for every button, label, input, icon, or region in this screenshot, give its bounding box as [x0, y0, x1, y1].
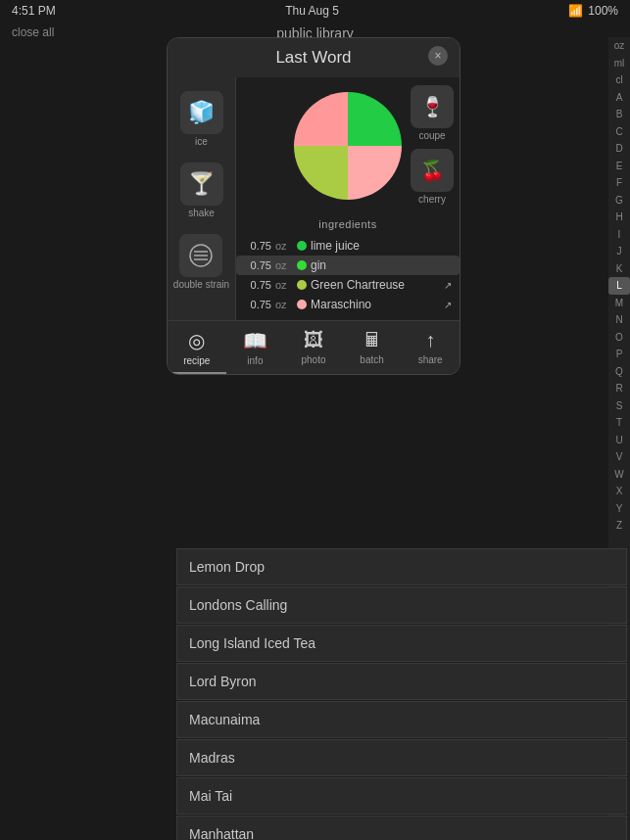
alpha-N[interactable]: N	[608, 311, 630, 329]
ing-unit: oz	[275, 240, 293, 252]
ingredient-row[interactable]: 0.75 oz lime juice	[236, 236, 460, 256]
status-bar: 4:51 PM Thu Aug 5 📶 100%	[0, 0, 630, 22]
tab-batch[interactable]: 🖩 batch	[343, 321, 402, 374]
right-icons-panel: 🍷 coupe 🍒 cherry	[405, 77, 460, 212]
modal-title: Last Word	[275, 48, 351, 68]
alpha-R[interactable]: R	[608, 380, 630, 397]
ingredient-row[interactable]: 0.75 oz Maraschino ↗	[236, 295, 460, 314]
alpha-W[interactable]: W	[608, 466, 630, 484]
pie-chart	[289, 87, 407, 205]
cherry-icon: 🍒	[411, 149, 454, 192]
chart-area: 🍷 coupe 🍒 cherry	[236, 77, 460, 214]
sidebar-item-double-strain[interactable]: double strain	[170, 228, 233, 296]
alpha-P[interactable]: P	[608, 346, 630, 363]
sidebar-item-shake[interactable]: 🍸 shake	[176, 157, 227, 224]
alpha-cl[interactable]: cl	[608, 71, 630, 89]
modal-card: Last Word × 🧊 ice 🍸 shake	[167, 37, 460, 375]
alpha-ml[interactable]: ml	[608, 55, 630, 72]
external-link-icon[interactable]: ↗	[444, 280, 452, 291]
alpha-F[interactable]: F	[608, 174, 630, 192]
list-item[interactable]: Madras	[176, 739, 627, 776]
modal-header: Last Word ×	[168, 38, 460, 77]
ing-name: Maraschino	[311, 298, 440, 311]
alpha-X[interactable]: X	[608, 483, 630, 500]
cherry-item[interactable]: 🍒 cherry	[411, 149, 454, 205]
coupe-icon: 🍷	[411, 85, 454, 128]
recipe-label: recipe	[183, 355, 210, 366]
ing-color-dot	[297, 260, 307, 270]
alpha-S[interactable]: S	[608, 397, 630, 415]
battery-text: 100%	[588, 4, 618, 18]
status-day: Thu Aug 5	[285, 4, 339, 18]
info-icon: 📖	[243, 329, 267, 352]
alpha-M[interactable]: M	[608, 295, 630, 312]
list-item[interactable]: Long Island Iced Tea	[176, 625, 627, 662]
list-item[interactable]: Manhattan	[176, 816, 627, 840]
ing-unit: oz	[275, 279, 293, 291]
ing-color-dot	[297, 280, 307, 290]
alpha-B[interactable]: B	[608, 106, 630, 123]
shake-icon: 🍸	[180, 163, 223, 206]
alpha-Z[interactable]: Z	[608, 517, 630, 535]
list-item[interactable]: Londons Calling	[176, 586, 627, 624]
ingredient-row[interactable]: 0.75 oz Green Chartreuse ↗	[236, 275, 460, 295]
status-time: 4:51 PM	[12, 4, 56, 18]
alpha-V[interactable]: V	[608, 448, 630, 466]
ing-name: Green Chartreuse	[311, 278, 440, 292]
ingredient-row[interactable]: 0.75 oz gin	[236, 256, 460, 275]
ice-icon: 🧊	[180, 91, 223, 134]
alpha-A[interactable]: A	[608, 89, 630, 107]
ing-amount: 0.75	[244, 299, 271, 310]
tab-info[interactable]: 📖 info	[226, 321, 285, 374]
sidebar-item-ice[interactable]: 🧊 ice	[176, 85, 227, 153]
alpha-G[interactable]: G	[608, 192, 630, 210]
alpha-I[interactable]: I	[608, 226, 630, 244]
double-strain-icon	[179, 234, 222, 277]
coupe-item[interactable]: 🍷 coupe	[411, 85, 454, 141]
ing-amount: 0.75	[244, 259, 271, 271]
ingredients-section: ingredients 0.75 oz lime juice 0.75 oz g…	[236, 214, 460, 320]
alpha-T[interactable]: T	[608, 414, 630, 432]
cocktail-list: Lemon Drop Londons Calling Long Island I…	[176, 548, 627, 840]
ingredients-header: ingredients	[236, 214, 460, 236]
alpha-oz[interactable]: oz	[608, 37, 630, 55]
alpha-D[interactable]: D	[608, 140, 630, 158]
cherry-label: cherry	[418, 194, 446, 205]
modal-body: 🧊 ice 🍸 shake double strain	[168, 77, 460, 320]
shake-label: shake	[188, 208, 215, 218]
ing-name: gin	[311, 258, 452, 272]
photo-icon: 🖼	[304, 329, 323, 351]
modal-footer-tabs: ◎ recipe 📖 info 🖼 photo 🖩 batch ↑ share	[168, 320, 460, 374]
tab-share[interactable]: ↑ share	[401, 321, 460, 374]
list-item[interactable]: Macunaima	[176, 701, 627, 738]
alpha-H[interactable]: H	[608, 209, 630, 226]
close-button[interactable]: ×	[428, 46, 448, 66]
ing-amount: 0.75	[244, 279, 271, 291]
list-item[interactable]: Mai Tai	[176, 777, 627, 815]
list-item[interactable]: Lord Byron	[176, 663, 627, 700]
alpha-Q[interactable]: Q	[608, 363, 630, 381]
list-item[interactable]: Lemon Drop	[176, 548, 627, 585]
external-link-icon[interactable]: ↗	[444, 300, 452, 310]
photo-label: photo	[301, 354, 325, 365]
ing-unit: oz	[275, 299, 293, 310]
ing-color-dot	[297, 241, 307, 251]
alpha-J[interactable]: J	[608, 243, 630, 260]
alpha-C[interactable]: C	[608, 123, 630, 141]
tab-recipe[interactable]: ◎ recipe	[168, 321, 226, 374]
tab-photo[interactable]: 🖼 photo	[284, 321, 343, 374]
alpha-Y[interactable]: Y	[608, 500, 630, 518]
recipe-icon: ◎	[188, 329, 205, 352]
alpha-U[interactable]: U	[608, 432, 630, 449]
double-strain-label: double strain	[173, 279, 229, 290]
batch-label: batch	[360, 354, 383, 365]
alpha-K[interactable]: K	[608, 260, 630, 278]
alpha-E[interactable]: E	[608, 158, 630, 175]
alpha-O[interactable]: O	[608, 329, 630, 347]
close-all-button[interactable]: close all	[12, 25, 54, 39]
ing-amount: 0.75	[244, 240, 271, 252]
modal-main-content: 🍷 coupe 🍒 cherry ingredients 0.75 oz li	[236, 77, 460, 320]
ice-label: ice	[195, 136, 208, 147]
batch-icon: 🖩	[363, 329, 382, 351]
alpha-L[interactable]: L	[608, 277, 630, 295]
